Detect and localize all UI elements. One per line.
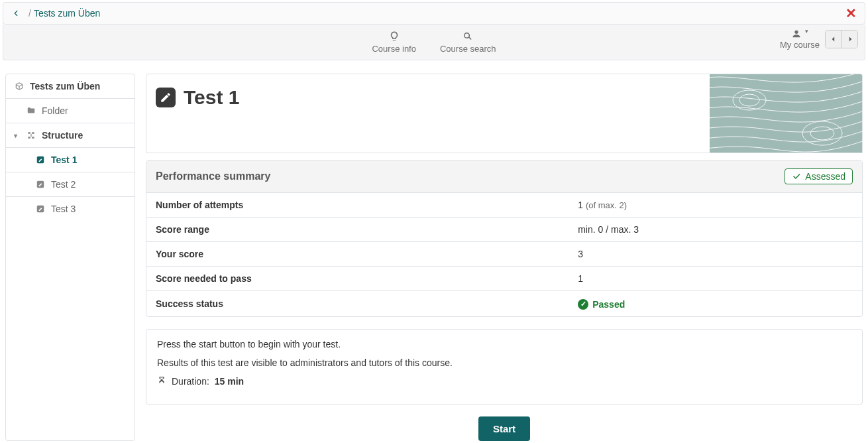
course-info-button[interactable]: Course info [372,31,415,54]
back-icon[interactable] [11,8,26,19]
my-course-label: My course [780,40,820,50]
layout: Tests zum Üben Folder ▾ Structure Test 1 [0,60,868,443]
edit-square-icon [35,204,46,214]
duration-value: 15 min [215,376,244,387]
edit-square-icon [156,88,176,107]
toolbar: Course info Course search ▾ My course [3,25,865,60]
hourglass-icon [157,376,166,387]
info-line-2: Results of this test are visible to admi… [157,357,851,368]
toolbar-center: Course info Course search [372,31,496,54]
attempts-value: 1 (of max. 2) [569,193,862,218]
my-course-menu[interactable]: ▾ My course [780,29,820,50]
summary-header: Performance summary Assessed [146,160,862,193]
lightbulb-icon [388,31,400,43]
start-button[interactable]: Start [478,416,530,441]
status-value: ✓ Passed [569,291,862,316]
needed-label: Score needed to pass [146,267,569,291]
chevron-down-icon: ▾ [805,28,808,34]
folder-icon [26,106,36,115]
status-label: Success status [146,291,569,316]
assessed-badge-label: Assessed [805,171,845,182]
sidebar-root[interactable]: Tests zum Üben [6,74,135,99]
sidebar-item-label: Test 2 [51,179,76,190]
info-line-1: Press the start button to begin with you… [157,339,851,349]
hero: Test 1 [146,74,863,153]
info-box: Press the start button to begin with you… [146,329,863,405]
summary-title: Performance summary [156,170,270,182]
sidebar-structure-label: Structure [42,130,83,141]
status-text: Passed [592,299,625,310]
duration-label: Duration: [172,376,209,387]
needed-value: 1 [569,267,862,291]
attempts-label: Number of attempts [146,193,569,218]
summary-table: Number of attempts 1 (of max. 2) Score r… [146,193,862,316]
table-row: Your score 3 [146,242,862,267]
duration-line: Duration: 15 min [157,376,851,387]
caret-down-icon: ▾ [14,132,21,139]
table-row: Success status ✓ Passed [146,291,862,316]
range-label: Score range [146,218,569,242]
box-icon [14,82,25,91]
page-title: Test 1 [146,74,248,121]
your-score-value: 3 [569,242,862,267]
check-icon [792,172,801,181]
breadcrumb-bar: / Tests zum Üben ✕ [3,2,865,25]
sidebar-structure[interactable]: ▾ Structure [6,123,135,148]
attempts-suffix: (of max. 2) [586,200,627,210]
table-row: Score needed to pass 1 [146,267,862,291]
page-title-text: Test 1 [184,86,239,109]
summary-panel: Performance summary Assessed Number of a… [146,160,863,317]
main-content: Test 1 [146,74,863,441]
edit-square-icon [35,155,46,164]
course-search-label: Course search [440,44,496,54]
sidebar-root-label: Tests zum Üben [30,81,100,92]
search-icon [462,31,474,43]
your-score-label: Your score [146,242,569,267]
attempts-number: 1 [578,200,583,210]
check-circle-icon: ✓ [578,299,588,310]
edit-square-icon [35,180,46,189]
nav-prev-button[interactable] [826,31,841,48]
sidebar-item-test3[interactable]: Test 3 [6,197,135,221]
hero-art [710,74,862,153]
sidebar-item-test1[interactable]: Test 1 [6,148,135,172]
assessed-badge: Assessed [785,168,853,184]
range-value: min. 0 / max. 3 [569,218,862,242]
sidebar-folder-label: Folder [42,105,68,116]
start-wrap: Start [146,416,863,441]
nav-next-button[interactable] [841,31,857,48]
person-icon: ▾ [791,29,808,40]
course-info-label: Course info [372,44,415,54]
sidebar-item-label: Test 3 [51,204,76,214]
sidebar-item-test2[interactable]: Test 2 [6,172,135,197]
side-panel: Tests zum Üben Folder ▾ Structure Test 1 [5,74,135,441]
table-row: Number of attempts 1 (of max. 2) [146,193,862,218]
breadcrumb-separator: / [26,8,34,19]
sidebar-item-label: Test 1 [51,155,77,165]
nav-group [825,30,858,48]
course-search-button[interactable]: Course search [440,31,496,54]
toolbar-right: ▾ My course [780,29,858,50]
breadcrumb-item[interactable]: Tests zum Üben [34,8,100,19]
structure-icon [26,131,36,140]
sidebar-folder[interactable]: Folder [6,99,135,123]
table-row: Score range min. 0 / max. 3 [146,218,862,242]
close-icon[interactable]: ✕ [845,7,857,20]
